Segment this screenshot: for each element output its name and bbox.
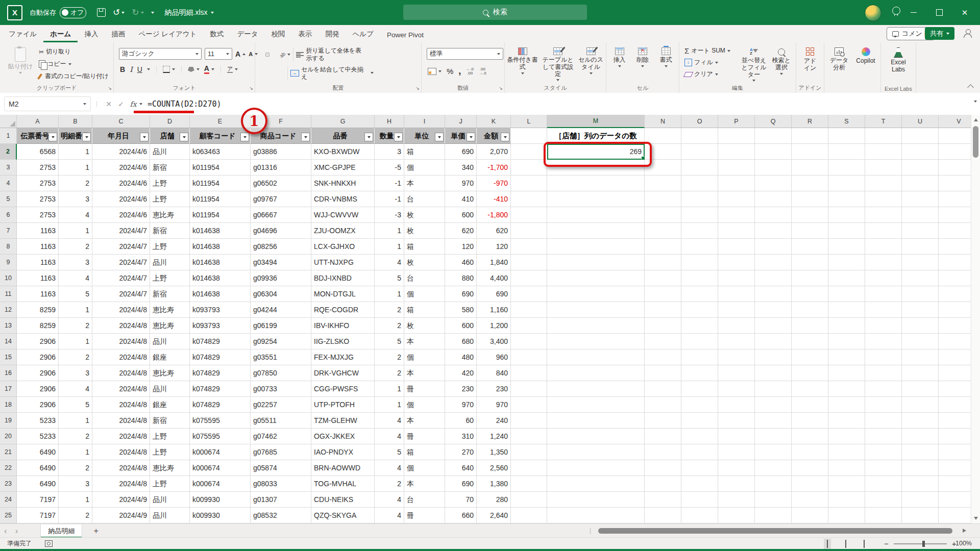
cell[interactable]: 2 [375, 302, 404, 318]
cell[interactable] [511, 492, 547, 508]
cell[interactable] [902, 255, 939, 270]
cell[interactable]: 2024/4/7 [92, 255, 150, 270]
cell[interactable] [828, 334, 865, 349]
cell[interactable]: 2,560 [477, 460, 511, 476]
cell[interactable] [902, 286, 939, 302]
cell[interactable]: 620 [477, 223, 511, 239]
format-cells-button[interactable]: 書式 [656, 47, 676, 67]
column-filter-header[interactable]: 明細番号 [59, 128, 92, 144]
normal-view-button[interactable] [824, 539, 831, 549]
cell[interactable]: 2 [59, 508, 92, 523]
align-top-button[interactable] [260, 53, 264, 57]
cell[interactable]: g03886 [251, 144, 311, 160]
cell[interactable]: 2024/4/6 [92, 207, 150, 223]
sheet-next-icon[interactable]: › [15, 527, 18, 535]
cell[interactable]: 420 [445, 365, 477, 381]
row-header[interactable]: 11 [0, 286, 17, 302]
column-filter-header[interactable]: 数量 [375, 128, 404, 144]
column-header[interactable]: O [681, 115, 718, 128]
cell[interactable] [511, 334, 547, 349]
autosave-control[interactable]: 自動保存 オフ [30, 7, 86, 18]
cell[interactable]: 品川 [150, 144, 190, 160]
cell[interactable]: -5 [375, 160, 404, 176]
document-title[interactable]: 納品明細.xlsx [165, 8, 214, 17]
cell[interactable]: 本 [404, 476, 445, 492]
cell[interactable]: 枚 [404, 255, 445, 270]
cell[interactable] [511, 318, 547, 334]
cell[interactable]: 1 [59, 492, 92, 508]
column-filter-header[interactable]: 金額 [477, 128, 511, 144]
cell[interactable] [718, 191, 755, 207]
font-name-select[interactable]: 游ゴシック [119, 48, 202, 60]
redo-button[interactable]: ↻ [132, 8, 143, 17]
cell[interactable]: g09254 [251, 334, 311, 349]
cell[interactable] [645, 397, 681, 413]
cell[interactable]: 60 [445, 413, 477, 429]
cell[interactable] [681, 128, 718, 144]
cell[interactable]: 個 [404, 349, 445, 365]
cell[interactable]: UTT-NJXPG [311, 255, 375, 270]
cell[interactable] [792, 334, 828, 349]
ribbon-tab[interactable]: ホーム [43, 27, 78, 42]
cell[interactable]: 2024/4/6 [92, 144, 150, 160]
cell[interactable] [828, 223, 865, 239]
column-header[interactable]: I [404, 115, 445, 128]
cell[interactable] [645, 444, 681, 460]
cell[interactable]: 8259 [17, 318, 59, 334]
cell[interactable]: k075595 [190, 429, 251, 444]
cell[interactable] [865, 255, 902, 270]
cell[interactable] [828, 318, 865, 334]
cell[interactable] [645, 381, 681, 397]
cell[interactable] [718, 318, 755, 334]
cell[interactable]: 箱 [404, 444, 445, 460]
cell[interactable]: 3,400 [477, 334, 511, 349]
column-header[interactable]: G [311, 115, 375, 128]
cell[interactable]: g05874 [251, 460, 311, 476]
cell[interactable]: g07462 [251, 429, 311, 444]
scroll-right-icon[interactable] [963, 529, 966, 533]
cell[interactable] [828, 144, 865, 160]
cell[interactable]: 2,070 [477, 144, 511, 160]
formula-input[interactable]: =COUNTA(D2:D270) [148, 99, 222, 109]
cell[interactable]: 620 [445, 223, 477, 239]
close-button[interactable]: ✕ [953, 0, 976, 25]
cell[interactable] [792, 397, 828, 413]
column-filter-header[interactable]: 単価 [445, 128, 477, 144]
cell[interactable]: 冊 [404, 508, 445, 523]
cell[interactable]: 1,350 [477, 444, 511, 460]
cell[interactable] [939, 128, 971, 144]
cell[interactable]: CDU-NEIKS [311, 492, 375, 508]
italic-button[interactable]: I [130, 65, 133, 73]
cell[interactable] [645, 460, 681, 476]
cell[interactable] [792, 160, 828, 176]
undo-button[interactable]: ↺ [113, 8, 125, 17]
row-header[interactable]: 13 [0, 318, 17, 334]
cell[interactable]: 230 [477, 381, 511, 397]
cell[interactable] [865, 239, 902, 255]
filter-button[interactable] [394, 133, 403, 141]
cell[interactable] [718, 302, 755, 318]
cell[interactable]: k075595 [190, 413, 251, 429]
cell[interactable] [645, 191, 681, 207]
cell[interactable]: 1 [59, 223, 92, 239]
cell[interactable] [939, 349, 971, 365]
cell[interactable] [511, 397, 547, 413]
cell[interactable]: 1 [59, 160, 92, 176]
cell[interactable]: -3 [375, 207, 404, 223]
cell[interactable]: 2 [59, 349, 92, 365]
cell[interactable] [547, 191, 645, 207]
cell[interactable] [792, 286, 828, 302]
cell[interactable] [511, 160, 547, 176]
cell[interactable]: 2024/4/9 [92, 508, 150, 523]
cell[interactable]: k011954 [190, 176, 251, 191]
column-filter-header[interactable]: 顧客コード [190, 128, 251, 144]
cell[interactable]: g01307 [251, 492, 311, 508]
copy-button[interactable]: コピー [39, 60, 109, 68]
column-header[interactable]: P [718, 115, 755, 128]
decrease-decimal-button[interactable]: .00→.0 [479, 67, 486, 76]
cell[interactable] [681, 302, 718, 318]
orientation-button[interactable]: ab [280, 52, 290, 58]
row-header[interactable]: 7 [0, 223, 17, 239]
wrap-text-button[interactable]: 折り返して全体を表示する [296, 47, 366, 62]
cell[interactable]: TZM-GLEHW [311, 413, 375, 429]
